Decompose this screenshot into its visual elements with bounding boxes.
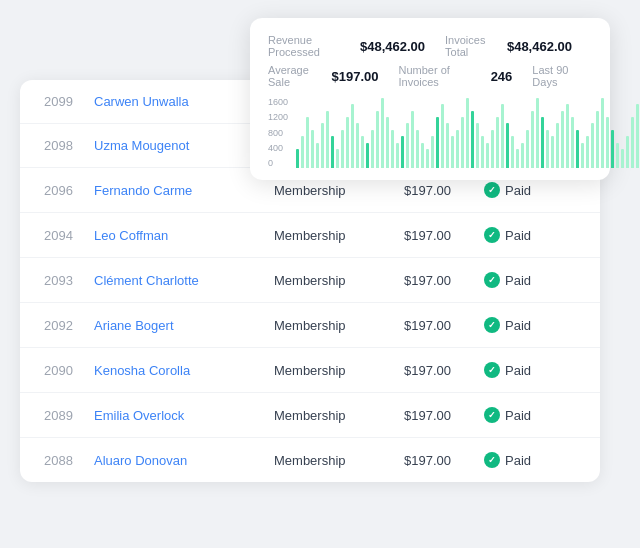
chart-bar: [606, 117, 609, 168]
row-name[interactable]: Emilia Overlock: [94, 408, 274, 423]
chart-bar: [461, 117, 464, 168]
chart-bar: [386, 117, 389, 168]
chart-bar: [631, 117, 634, 168]
chart-bar: [586, 136, 589, 168]
chart-bar: [501, 104, 504, 168]
chart-y-label: 1600: [268, 98, 288, 107]
chart-bar: [381, 98, 384, 168]
row-name[interactable]: Fernando Carme: [94, 183, 274, 198]
row-name[interactable]: Carwen Unwalla: [94, 94, 274, 109]
paid-icon: [484, 227, 500, 243]
row-amount: $197.00: [404, 228, 484, 243]
row-type: Membership: [274, 318, 404, 333]
chart-bar: [441, 104, 444, 168]
row-amount: $197.00: [404, 273, 484, 288]
chart-bar: [421, 143, 424, 168]
num-invoices-stat: Number of Invoices 246: [398, 64, 512, 88]
chart-bar: [306, 117, 309, 168]
chart-bar: [636, 104, 639, 168]
invoices-total-value: $48,462.00: [507, 39, 572, 54]
row-status: Paid: [484, 272, 531, 288]
row-amount: $197.00: [404, 408, 484, 423]
row-status: Paid: [484, 407, 531, 423]
paid-text: Paid: [505, 273, 531, 288]
chart-bar: [336, 149, 339, 168]
chart-bar: [536, 98, 539, 168]
row-name[interactable]: Aluaro Donovan: [94, 453, 274, 468]
table-row[interactable]: 2093Clément CharlotteMembership$197.00Pa…: [20, 258, 600, 303]
row-amount: $197.00: [404, 183, 484, 198]
row-amount: $197.00: [404, 363, 484, 378]
row-id: 2093: [44, 273, 94, 288]
chart-bar: [556, 123, 559, 168]
chart-y-label: 1200: [268, 113, 288, 122]
row-id: 2092: [44, 318, 94, 333]
row-id: 2089: [44, 408, 94, 423]
chart-bar: [596, 111, 599, 168]
num-invoices-label: Number of Invoices: [398, 64, 484, 88]
chart-bar: [491, 130, 494, 168]
chart-bar: [321, 123, 324, 168]
chart-bar: [456, 130, 459, 168]
chart-bar: [471, 111, 474, 168]
chart-bar: [531, 111, 534, 168]
table-row[interactable]: 2090Kenosha CorollaMembership$197.00Paid: [20, 348, 600, 393]
row-name[interactable]: Ariane Bogert: [94, 318, 274, 333]
chart-bar: [401, 136, 404, 168]
paid-text: Paid: [505, 318, 531, 333]
row-name[interactable]: Kenosha Corolla: [94, 363, 274, 378]
paid-icon: [484, 317, 500, 333]
stats-card: Revenue Processed $48,462.00 Invoices To…: [250, 18, 610, 180]
chart-bar: [566, 104, 569, 168]
chart-bar: [616, 143, 619, 168]
row-name[interactable]: Uzma Mougenot: [94, 138, 274, 153]
chart-bar: [621, 149, 624, 168]
paid-icon: [484, 452, 500, 468]
chart-bar: [356, 123, 359, 168]
chart-bar: [391, 130, 394, 168]
num-invoices-value: 246: [491, 69, 513, 84]
chart-bar: [466, 98, 469, 168]
row-status: Paid: [484, 227, 531, 243]
chart-bar: [351, 104, 354, 168]
chart-bar: [541, 117, 544, 168]
paid-icon: [484, 362, 500, 378]
row-amount: $197.00: [404, 318, 484, 333]
row-id: 2098: [44, 138, 94, 153]
chart-y-axis: 160012008004000: [268, 98, 288, 168]
avg-sale-stat: Average Sale $197.00: [268, 64, 378, 88]
chart-bar: [366, 143, 369, 168]
paid-icon: [484, 272, 500, 288]
chart-bar: [346, 117, 349, 168]
chart-bar: [611, 130, 614, 168]
chart-bar: [496, 117, 499, 168]
chart-bar: [326, 111, 329, 168]
row-name[interactable]: Clément Charlotte: [94, 273, 274, 288]
chart-bar: [301, 136, 304, 168]
table-row[interactable]: 2094Leo CoffmanMembership$197.00Paid: [20, 213, 600, 258]
period-label: Last 90 Days: [532, 64, 592, 88]
row-type: Membership: [274, 363, 404, 378]
paid-text: Paid: [505, 408, 531, 423]
invoices-total-label: Invoices Total: [445, 34, 501, 58]
row-id: 2099: [44, 94, 94, 109]
chart-bar: [371, 130, 374, 168]
chart-bar: [426, 149, 429, 168]
row-status: Paid: [484, 362, 531, 378]
chart-bar: [296, 149, 299, 168]
row-type: Membership: [274, 273, 404, 288]
chart-bar: [376, 111, 379, 168]
table-row[interactable]: 2088Aluaro DonovanMembership$197.00Paid: [20, 438, 600, 482]
chart-bar: [511, 136, 514, 168]
chart-bar: [526, 130, 529, 168]
chart-bar: [411, 111, 414, 168]
row-status: Paid: [484, 452, 531, 468]
row-id: 2088: [44, 453, 94, 468]
table-row[interactable]: 2092Ariane BogertMembership$197.00Paid: [20, 303, 600, 348]
chart-bar: [476, 123, 479, 168]
row-amount: $197.00: [404, 453, 484, 468]
invoices-total-stat: Invoices Total $48,462.00: [445, 34, 572, 58]
table-row[interactable]: 2089Emilia OverlockMembership$197.00Paid: [20, 393, 600, 438]
row-type: Membership: [274, 453, 404, 468]
row-name[interactable]: Leo Coffman: [94, 228, 274, 243]
